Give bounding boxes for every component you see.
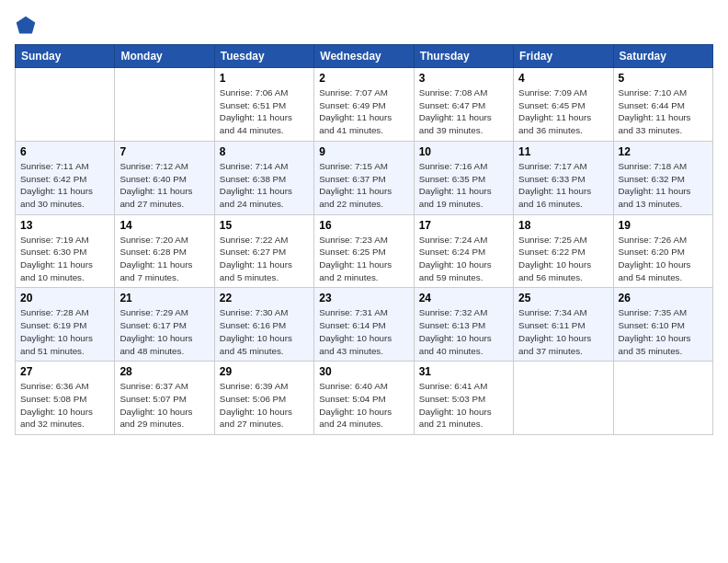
day-info: Sunrise: 7:26 AMSunset: 6:20 PMDaylight:… (619, 234, 708, 284)
calendar-cell: 2Sunrise: 7:07 AMSunset: 6:49 PMDaylight… (314, 68, 414, 142)
calendar-cell: 25Sunrise: 7:34 AMSunset: 6:11 PMDayligh… (514, 288, 613, 362)
day-info: Sunrise: 6:41 AMSunset: 5:03 PMDaylight:… (419, 380, 508, 431)
calendar-cell: 7Sunrise: 7:12 AMSunset: 6:40 PMDaylight… (115, 141, 214, 214)
day-info: Sunrise: 7:14 AMSunset: 6:38 PMDaylight:… (220, 160, 309, 211)
day-number: 10 (419, 145, 508, 158)
weekday-header-tuesday: Tuesday (214, 45, 313, 68)
day-info: Sunrise: 7:32 AMSunset: 6:13 PMDaylight:… (419, 306, 508, 357)
day-info: Sunrise: 6:39 AMSunset: 5:06 PMDaylight:… (220, 380, 309, 431)
day-number: 11 (518, 145, 608, 158)
calendar-cell: 31Sunrise: 6:41 AMSunset: 5:03 PMDayligh… (414, 362, 513, 435)
day-number: 2 (319, 72, 408, 85)
day-number: 7 (119, 145, 209, 158)
weekday-header-wednesday: Wednesday (314, 45, 414, 68)
day-number: 19 (619, 219, 708, 232)
calendar-cell: 3Sunrise: 7:08 AMSunset: 6:47 PMDaylight… (414, 68, 513, 142)
calendar-cell: 22Sunrise: 7:30 AMSunset: 6:16 PMDayligh… (214, 288, 313, 362)
calendar-cell: 15Sunrise: 7:22 AMSunset: 6:27 PMDayligh… (214, 214, 313, 288)
day-info: Sunrise: 7:25 AMSunset: 6:22 PMDaylight:… (518, 234, 608, 284)
day-number: 12 (619, 145, 708, 158)
day-number: 6 (20, 145, 109, 158)
day-info: Sunrise: 7:19 AMSunset: 6:30 PMDaylight:… (20, 234, 109, 284)
day-info: Sunrise: 6:40 AMSunset: 5:04 PMDaylight:… (319, 380, 408, 431)
day-info: Sunrise: 7:23 AMSunset: 6:25 PMDaylight:… (319, 234, 408, 284)
day-info: Sunrise: 7:34 AMSunset: 6:11 PMDaylight:… (518, 306, 608, 357)
calendar-table: SundayMondayTuesdayWednesdayThursdayFrid… (15, 44, 713, 435)
calendar-cell: 23Sunrise: 7:31 AMSunset: 6:14 PMDayligh… (314, 288, 414, 362)
calendar-cell (514, 362, 613, 435)
day-info: Sunrise: 7:28 AMSunset: 6:19 PMDaylight:… (20, 306, 109, 357)
logo-icon (15, 15, 37, 37)
calendar-cell: 21Sunrise: 7:29 AMSunset: 6:17 PMDayligh… (115, 288, 214, 362)
calendar-cell: 1Sunrise: 7:06 AMSunset: 6:51 PMDaylight… (214, 68, 313, 142)
calendar-cell (115, 68, 214, 142)
day-info: Sunrise: 7:08 AMSunset: 6:47 PMDaylight:… (419, 86, 508, 137)
day-number: 17 (419, 219, 508, 232)
header (15, 15, 713, 37)
weekday-header-sunday: Sunday (16, 45, 115, 68)
day-info: Sunrise: 7:20 AMSunset: 6:28 PMDaylight:… (119, 234, 209, 284)
day-number: 9 (319, 145, 408, 158)
day-number: 15 (220, 219, 309, 232)
day-number: 29 (220, 365, 309, 378)
svg-marker-0 (17, 17, 36, 34)
day-info: Sunrise: 7:22 AMSunset: 6:27 PMDaylight:… (220, 234, 309, 284)
calendar-cell: 4Sunrise: 7:09 AMSunset: 6:45 PMDaylight… (514, 68, 613, 142)
calendar-cell: 6Sunrise: 7:11 AMSunset: 6:42 PMDaylight… (16, 141, 115, 214)
day-number: 4 (518, 72, 608, 85)
calendar-cell: 19Sunrise: 7:26 AMSunset: 6:20 PMDayligh… (613, 214, 712, 288)
day-number: 13 (20, 219, 109, 232)
day-number: 3 (419, 72, 508, 85)
day-info: Sunrise: 6:36 AMSunset: 5:08 PMDaylight:… (20, 380, 109, 431)
weekday-header-thursday: Thursday (414, 45, 513, 68)
day-number: 28 (119, 365, 209, 378)
calendar-cell: 28Sunrise: 6:37 AMSunset: 5:07 PMDayligh… (115, 362, 214, 435)
weekday-header-monday: Monday (115, 45, 214, 68)
calendar-cell: 9Sunrise: 7:15 AMSunset: 6:37 PMDaylight… (314, 141, 414, 214)
day-info: Sunrise: 7:35 AMSunset: 6:10 PMDaylight:… (619, 306, 708, 357)
day-number: 27 (20, 365, 109, 378)
week-row-1: 1Sunrise: 7:06 AMSunset: 6:51 PMDaylight… (16, 68, 713, 142)
calendar-cell: 8Sunrise: 7:14 AMSunset: 6:38 PMDaylight… (214, 141, 313, 214)
day-info: Sunrise: 7:16 AMSunset: 6:35 PMDaylight:… (419, 160, 508, 211)
day-number: 31 (419, 365, 508, 378)
calendar-cell: 30Sunrise: 6:40 AMSunset: 5:04 PMDayligh… (314, 362, 414, 435)
calendar-cell: 12Sunrise: 7:18 AMSunset: 6:32 PMDayligh… (613, 141, 712, 214)
day-number: 20 (20, 292, 109, 304)
day-number: 30 (319, 365, 408, 378)
calendar-cell: 24Sunrise: 7:32 AMSunset: 6:13 PMDayligh… (414, 288, 513, 362)
day-number: 16 (319, 219, 408, 232)
day-number: 23 (319, 292, 408, 304)
calendar-cell: 5Sunrise: 7:10 AMSunset: 6:44 PMDaylight… (613, 68, 712, 142)
calendar-cell: 11Sunrise: 7:17 AMSunset: 6:33 PMDayligh… (514, 141, 613, 214)
calendar-cell: 13Sunrise: 7:19 AMSunset: 6:30 PMDayligh… (16, 214, 115, 288)
week-row-2: 6Sunrise: 7:11 AMSunset: 6:42 PMDaylight… (16, 141, 713, 214)
weekday-header-row: SundayMondayTuesdayWednesdayThursdayFrid… (16, 45, 713, 68)
day-number: 25 (518, 292, 608, 304)
calendar-cell: 16Sunrise: 7:23 AMSunset: 6:25 PMDayligh… (314, 214, 414, 288)
day-info: Sunrise: 7:30 AMSunset: 6:16 PMDaylight:… (220, 306, 309, 357)
day-info: Sunrise: 7:12 AMSunset: 6:40 PMDaylight:… (119, 160, 209, 211)
day-number: 5 (619, 72, 708, 85)
calendar-container: SundayMondayTuesdayWednesdayThursdayFrid… (0, 0, 728, 563)
week-row-4: 20Sunrise: 7:28 AMSunset: 6:19 PMDayligh… (16, 288, 713, 362)
day-info: Sunrise: 7:31 AMSunset: 6:14 PMDaylight:… (319, 306, 408, 357)
calendar-cell: 27Sunrise: 6:36 AMSunset: 5:08 PMDayligh… (16, 362, 115, 435)
day-number: 8 (220, 145, 309, 158)
weekday-header-saturday: Saturday (613, 45, 712, 68)
day-info: Sunrise: 7:11 AMSunset: 6:42 PMDaylight:… (20, 160, 109, 211)
day-info: Sunrise: 7:10 AMSunset: 6:44 PMDaylight:… (619, 86, 708, 137)
week-row-5: 27Sunrise: 6:36 AMSunset: 5:08 PMDayligh… (16, 362, 713, 435)
day-number: 26 (619, 292, 708, 304)
calendar-cell: 10Sunrise: 7:16 AMSunset: 6:35 PMDayligh… (414, 141, 513, 214)
week-row-3: 13Sunrise: 7:19 AMSunset: 6:30 PMDayligh… (16, 214, 713, 288)
day-info: Sunrise: 7:29 AMSunset: 6:17 PMDaylight:… (119, 306, 209, 357)
calendar-cell: 20Sunrise: 7:28 AMSunset: 6:19 PMDayligh… (16, 288, 115, 362)
day-number: 22 (220, 292, 309, 304)
calendar-cell: 29Sunrise: 6:39 AMSunset: 5:06 PMDayligh… (214, 362, 313, 435)
day-info: Sunrise: 7:06 AMSunset: 6:51 PMDaylight:… (220, 86, 309, 137)
calendar-cell (613, 362, 712, 435)
calendar-cell: 17Sunrise: 7:24 AMSunset: 6:24 PMDayligh… (414, 214, 513, 288)
weekday-header-friday: Friday (514, 45, 613, 68)
day-number: 21 (119, 292, 209, 304)
